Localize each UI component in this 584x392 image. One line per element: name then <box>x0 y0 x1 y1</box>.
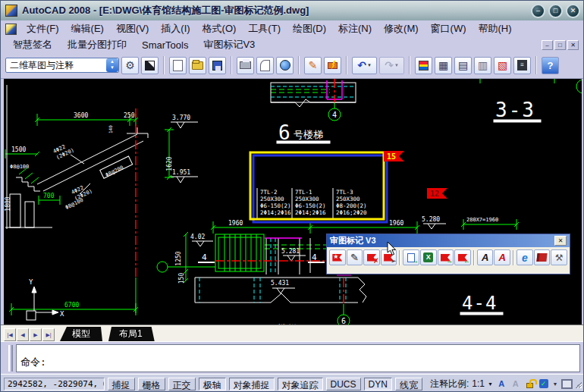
next-mark-button[interactable]: → <box>454 249 471 265</box>
toolbar-lock-icon[interactable]: ✓ <box>538 378 549 390</box>
pencil-edit-button[interactable]: ✎ <box>304 57 322 74</box>
command-window-grip[interactable] <box>8 345 13 372</box>
select-mark-button[interactable]: ➢ <box>381 249 397 265</box>
designcenter-button[interactable]: ▤ <box>454 57 472 74</box>
toggle-polar[interactable]: 极轴 <box>199 378 226 390</box>
menu-review-marks[interactable]: 审图标记V3 <box>197 37 261 52</box>
help-button[interactable]: ? <box>542 57 559 74</box>
prev-mark-button[interactable]: → <box>438 249 454 265</box>
toggle-dyn[interactable]: DYN <box>364 378 392 390</box>
next-tab-button[interactable]: ▶ <box>30 328 42 341</box>
open-file-button[interactable] <box>189 57 206 74</box>
spell-check-button[interactable] <box>324 57 341 74</box>
title-bar[interactable]: AutoCAD 2008 - [E:\DWG\体育馆结构施工图-审图标记范例.d… <box>1 1 584 20</box>
palette-title-bar[interactable]: 审图标记 V3 ✕ <box>327 234 570 247</box>
export-excel-button[interactable]: X <box>420 249 437 265</box>
save-button[interactable] <box>209 57 226 74</box>
annotation-scale-dropdown-icon[interactable]: ▼ <box>488 381 493 387</box>
flag-12-label: 12 <box>430 190 439 198</box>
drawing-canvas[interactable]: 15 12 3600 250 1500 3.770 1620 1.951 140… <box>4 79 582 325</box>
palette-close-button[interactable]: ✕ <box>554 236 567 246</box>
undo-dropdown-icon[interactable]: ▼ <box>367 63 372 67</box>
menu-file[interactable]: 文件(F) <box>21 20 64 37</box>
toggle-osnap[interactable]: 对象捕捉 <box>229 378 275 390</box>
doc-minimize-button[interactable]: – <box>542 40 553 50</box>
doc-restore-button[interactable]: □ <box>554 40 566 50</box>
menu-insert[interactable]: 插入(I) <box>155 20 195 37</box>
web-help-button[interactable]: e <box>516 249 533 265</box>
workspace-spinner-icon[interactable]: ▲▼ <box>106 58 118 72</box>
redo-button[interactable]: ↷▼ <box>379 57 404 74</box>
minimize-button[interactable]: – <box>531 4 545 18</box>
review-flag-12[interactable]: 12 <box>427 188 447 199</box>
menu-batch-plot[interactable]: 批量分图打印 <box>61 37 133 52</box>
help-icon: ? <box>548 60 554 71</box>
svg-text:3.770: 3.770 <box>172 114 190 121</box>
delete-mark-button[interactable]: ✗ <box>363 249 380 265</box>
first-tab-button[interactable]: |◀ <box>4 328 16 341</box>
redo-dropdown-icon[interactable]: ▼ <box>394 63 399 67</box>
last-tab-button[interactable]: ▶| <box>42 328 55 341</box>
annotation-autoscale-icon[interactable]: A <box>510 378 521 390</box>
markup-set-manager-button[interactable]: ▧ <box>494 57 511 74</box>
menu-smart-signature[interactable]: 智慧签名 <box>7 37 58 52</box>
plot-preview-button[interactable] <box>256 57 274 74</box>
tab-layout1[interactable]: 布局1 <box>107 327 155 341</box>
close-button[interactable]: ✕ <box>566 4 580 18</box>
acad-red-button[interactable]: A <box>494 249 510 265</box>
menu-window[interactable]: 窗口(W) <box>425 20 472 37</box>
coordinate-display[interactable]: 2942582, -2829074, 0 <box>4 378 105 390</box>
quickcalc-button[interactable]: ≡ <box>513 57 531 74</box>
match-properties-button[interactable] <box>415 57 432 74</box>
new-file-button[interactable] <box>169 57 187 74</box>
edit-mark-button[interactable]: ✎ <box>347 249 363 265</box>
review-marks-palette[interactable]: 审图标记 V3 ✕ ★ ✎ ✗ ➢ → X → → A A e ⚒ <box>326 234 570 274</box>
settings-tools-button[interactable]: ⚒ <box>551 249 567 265</box>
undo-button[interactable]: ↶▼ <box>352 57 377 74</box>
annotation-visibility-icon[interactable]: A <box>496 378 507 390</box>
menu-dimension[interactable]: 标注(N) <box>333 20 377 37</box>
menu-smartools[interactable]: SmarTools <box>136 39 194 52</box>
import-marks-button[interactable]: → <box>403 249 419 265</box>
unlock-icon[interactable] <box>524 378 535 390</box>
menu-view[interactable]: 视图(V) <box>111 20 154 37</box>
excel-icon: X <box>423 252 433 262</box>
resize-grip[interactable] <box>576 379 582 388</box>
review-flag-15[interactable]: 15 <box>384 151 404 162</box>
match-properties-icon <box>419 61 429 71</box>
menu-edit[interactable]: 编辑(E) <box>66 20 109 37</box>
toggle-lineweight[interactable]: 线宽 <box>395 378 422 390</box>
preview-icon <box>260 60 270 71</box>
sheet-set-manager-button[interactable]: ▥ <box>474 57 491 74</box>
toggle-snap[interactable]: 捕捉 <box>108 378 135 390</box>
toggle-ducs[interactable]: DUCS <box>326 378 361 390</box>
svg-text:1500: 1500 <box>11 146 26 153</box>
restore-button[interactable]: □ <box>548 4 563 18</box>
clean-screen-button[interactable] <box>561 378 573 390</box>
menu-draw[interactable]: 绘图(D) <box>287 20 331 37</box>
acad-black-button[interactable]: A <box>477 249 494 265</box>
cad-drawing[interactable]: 15 12 3600 250 1500 3.770 1620 1.951 140… <box>4 79 582 325</box>
toggle-otrack[interactable]: 对象追踪 <box>278 378 323 390</box>
menu-help[interactable]: 帮助(H) <box>473 20 517 37</box>
menu-format[interactable]: 格式(O) <box>197 20 242 37</box>
tool-palettes-button[interactable]: ▦ <box>435 57 452 74</box>
add-mark-button[interactable]: ★ <box>329 249 346 265</box>
toggle-ortho[interactable]: 正交 <box>168 378 196 390</box>
menu-modify[interactable]: 修改(M) <box>378 20 424 37</box>
publish-button[interactable] <box>276 57 294 74</box>
plot-button[interactable] <box>237 57 254 74</box>
command-input-area[interactable]: 命令: <box>16 344 580 372</box>
annotation-scale-value[interactable]: 1:1 <box>472 378 485 389</box>
status-dropdown-icon[interactable]: ▼ <box>552 378 558 390</box>
svg-text:1960: 1960 <box>389 220 403 227</box>
manual-button[interactable] <box>534 249 551 265</box>
doc-close-button[interactable]: ✕ <box>567 40 579 50</box>
tab-model[interactable]: 模型 <box>60 327 102 341</box>
toggle-grid[interactable]: 栅格 <box>138 378 165 390</box>
prev-tab-button[interactable]: ◀ <box>17 328 29 341</box>
menu-tools[interactable]: 工具(T) <box>243 20 286 37</box>
workspace-switch-button[interactable] <box>141 57 159 74</box>
workspace-dropdown[interactable]: 二维草图与注释 ▲▼ <box>5 58 119 73</box>
workspace-settings-button[interactable]: ⚙ <box>121 57 139 74</box>
